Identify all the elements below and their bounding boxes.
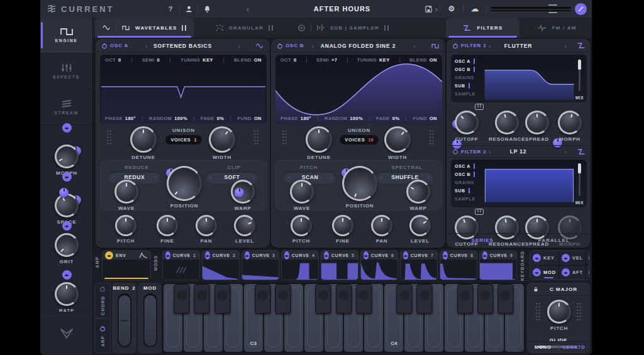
- curve-mod-badge[interactable]: ◂▸: [443, 251, 448, 259]
- fund-value[interactable]: ON: [254, 116, 262, 121]
- volume-handle[interactable]: [548, 12, 557, 13]
- next-filter-button[interactable]: ›: [564, 148, 567, 155]
- semi-value[interactable]: +7: [331, 57, 337, 63]
- prev-wavetable-button[interactable]: ‹: [145, 42, 148, 50]
- random-value[interactable]: 100%: [350, 116, 363, 121]
- mod-badge[interactable]: ◂▸: [533, 268, 541, 276]
- sidebar-tab-engine[interactable]: ENGINE: [40, 18, 92, 53]
- arp-power-icon[interactable]: [99, 325, 106, 332]
- phase-value[interactable]: 180°: [301, 116, 311, 121]
- mod-wheel-control[interactable]: [143, 293, 157, 347]
- mod-badge[interactable]: ◂▸: [533, 254, 541, 262]
- curve-mod-badge[interactable]: ◂▸: [403, 251, 408, 259]
- resonance-knob[interactable]: [495, 111, 519, 134]
- voice-mode-legato[interactable]: LEGATO: [559, 344, 590, 350]
- fund-value[interactable]: ON: [430, 116, 437, 121]
- phase-value[interactable]: 180°: [125, 116, 136, 121]
- curve-tab-6[interactable]: ◂▸CURVE6: [360, 250, 398, 280]
- routing-parallel[interactable]: PARALLEL: [519, 238, 590, 243]
- preset-prev-button[interactable]: ‹: [242, 4, 254, 14]
- filter-input-osc-a[interactable]: OSC A: [455, 57, 480, 65]
- tab-fm-am[interactable]: FM / AM: [521, 18, 592, 38]
- filter-input-sample[interactable]: SAMPLE: [455, 90, 480, 98]
- piano-black-key[interactable]: [497, 284, 513, 314]
- voices-control[interactable]: VOICES 16: [340, 135, 378, 145]
- keytrack-icon[interactable]: [475, 104, 484, 110]
- mod-amount-badge[interactable]: ◂▸: [62, 172, 72, 182]
- curve-tab-2[interactable]: ◂▸CURVE2: [202, 250, 240, 280]
- chevron-left-icon[interactable]: ‹: [210, 175, 212, 180]
- piano-black-key[interactable]: [214, 284, 230, 314]
- piano-black-key[interactable]: [396, 284, 412, 314]
- curve-tab-1[interactable]: ◂▸CURVE1: [162, 250, 200, 280]
- filter-input-osc-a[interactable]: OSC A: [455, 162, 480, 170]
- sidebar-tab-stream[interactable]: STREAM: [40, 89, 92, 125]
- filter-input-sub[interactable]: SUB: [455, 82, 480, 90]
- width-knob[interactable]: [384, 126, 411, 153]
- prev-filter-button[interactable]: ‹: [489, 148, 491, 155]
- filter1-mix-slider[interactable]: [579, 58, 580, 91]
- cloud-icon[interactable]: ☁: [467, 3, 482, 14]
- mod-badge[interactable]: ◂▸: [589, 268, 590, 276]
- piano-black-key[interactable]: [356, 284, 372, 314]
- filter-input-sub[interactable]: SUB: [455, 187, 480, 195]
- chevron-right-icon[interactable]: ›: [155, 175, 157, 180]
- curve-mod-badge[interactable]: ◂▸: [165, 251, 170, 259]
- piano-black-key[interactable]: [275, 284, 291, 314]
- curve-mod-badge[interactable]: ◂▸: [324, 251, 329, 259]
- spline-curve-button[interactable]: [575, 3, 587, 15]
- pause-icon[interactable]: [384, 25, 389, 31]
- tab-sub-sampler[interactable]: SUB | SAMPLER: [294, 18, 392, 38]
- warp-mod-mini-knob[interactable]: [59, 188, 69, 197]
- position-knob[interactable]: [167, 166, 202, 201]
- piano-keyboard[interactable]: C3C4: [162, 283, 526, 353]
- pitch-knob[interactable]: [115, 215, 136, 236]
- tab-wavetables[interactable]: WAVETABLES: [95, 18, 194, 38]
- mod-badge[interactable]: ◂▸: [562, 254, 570, 262]
- detune-knob[interactable]: [306, 126, 332, 153]
- filter-input-osc-b[interactable]: OSC B: [455, 170, 480, 178]
- piano-black-key[interactable]: [194, 284, 210, 314]
- pan-knob[interactable]: [371, 215, 392, 236]
- warp-knob[interactable]: [406, 180, 430, 204]
- position-knob[interactable]: [342, 166, 377, 201]
- pitch-knob[interactable]: [291, 215, 312, 236]
- preset-name[interactable]: AFTER HOURS: [314, 5, 370, 13]
- width-knob[interactable]: [209, 126, 235, 153]
- voices-control[interactable]: VOICES 1: [165, 135, 201, 145]
- oct-value[interactable]: 0: [294, 57, 297, 63]
- mod-amount-badge[interactable]: ◂▸: [62, 123, 72, 133]
- piano-black-key[interactable]: [255, 284, 270, 314]
- morph-knob[interactable]: [558, 111, 582, 134]
- mod-source-key[interactable]: ◂▸KEY: [530, 251, 558, 265]
- scale-pitch-knob[interactable]: [547, 300, 571, 324]
- wave-knob[interactable]: [114, 180, 138, 204]
- mod-amount-badge[interactable]: ◂▸: [62, 221, 72, 231]
- settings-gear-icon[interactable]: ⚙: [444, 3, 459, 14]
- prev-filter-button[interactable]: ‹: [489, 42, 491, 50]
- level-knob[interactable]: [234, 215, 255, 236]
- piano-black-key[interactable]: [174, 284, 190, 314]
- piano-black-key[interactable]: [336, 284, 352, 314]
- piano-black-key[interactable]: [316, 284, 331, 314]
- filter-input-osc-b[interactable]: OSC B: [455, 65, 480, 74]
- pause-icon[interactable]: [182, 25, 186, 31]
- next-wavetable-button[interactable]: ›: [238, 42, 240, 50]
- keytrack-icon[interactable]: [475, 209, 484, 215]
- curve-tab-5[interactable]: ◂▸CURVE5: [321, 250, 358, 280]
- random-value[interactable]: 100%: [174, 116, 187, 121]
- mod-amount-badge[interactable]: ◂▸: [62, 270, 72, 280]
- save-icon[interactable]: [421, 3, 436, 14]
- bend-wheel[interactable]: [118, 293, 131, 347]
- mix-handle[interactable]: [578, 60, 581, 70]
- scale-name[interactable]: C MAJOR: [550, 287, 577, 292]
- account-icon[interactable]: [181, 3, 196, 14]
- mod-source-pb[interactable]: ◂▸PB: [586, 251, 590, 265]
- mod-badge[interactable]: ◂▸: [589, 254, 590, 262]
- fade-value[interactable]: 0%: [217, 116, 225, 121]
- piano-black-key[interactable]: [457, 284, 473, 314]
- curve-tab-8[interactable]: ◂▸CURVE8: [440, 250, 477, 280]
- mod-source-mod[interactable]: ◂▸MOD: [530, 266, 558, 280]
- mod-source-off[interactable]: ◂▸OFF: [586, 266, 590, 280]
- morph-knob[interactable]: [55, 145, 79, 168]
